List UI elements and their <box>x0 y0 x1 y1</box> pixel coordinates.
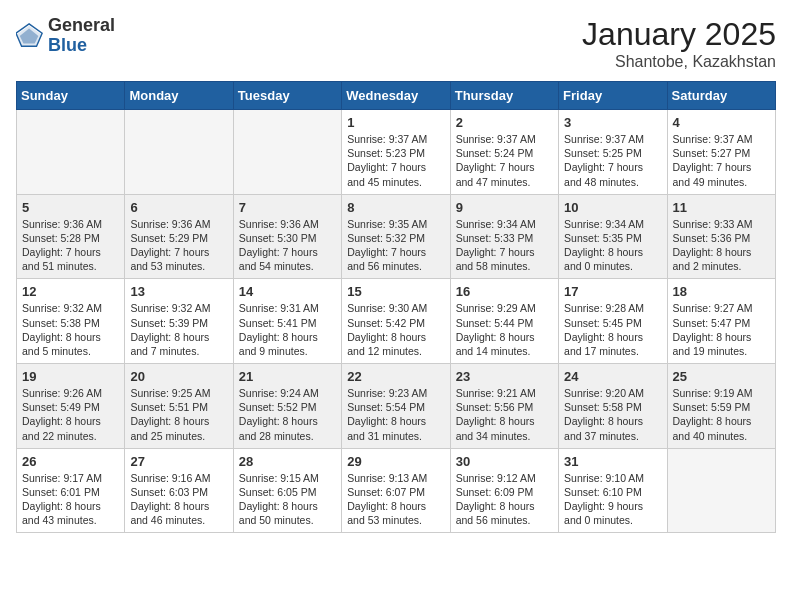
day-info: Daylight: 9 hours and 0 minutes. <box>564 499 661 527</box>
day-number: 28 <box>239 454 336 469</box>
calendar-cell: 28Sunrise: 9:15 AMSunset: 6:05 PMDayligh… <box>233 448 341 533</box>
calendar-cell: 7Sunrise: 9:36 AMSunset: 5:30 PMDaylight… <box>233 194 341 279</box>
day-number: 2 <box>456 115 553 130</box>
day-number: 30 <box>456 454 553 469</box>
calendar-cell: 11Sunrise: 9:33 AMSunset: 5:36 PMDayligh… <box>667 194 775 279</box>
day-info: Sunset: 5:49 PM <box>22 400 119 414</box>
calendar-cell: 12Sunrise: 9:32 AMSunset: 5:38 PMDayligh… <box>17 279 125 364</box>
day-number: 24 <box>564 369 661 384</box>
day-info: Daylight: 8 hours and 50 minutes. <box>239 499 336 527</box>
day-number: 10 <box>564 200 661 215</box>
calendar-week-row: 12Sunrise: 9:32 AMSunset: 5:38 PMDayligh… <box>17 279 776 364</box>
calendar-cell: 20Sunrise: 9:25 AMSunset: 5:51 PMDayligh… <box>125 364 233 449</box>
day-info: Sunrise: 9:28 AM <box>564 301 661 315</box>
day-number: 27 <box>130 454 227 469</box>
day-info: Daylight: 8 hours and 22 minutes. <box>22 414 119 442</box>
day-number: 26 <box>22 454 119 469</box>
day-info: Sunrise: 9:10 AM <box>564 471 661 485</box>
day-number: 5 <box>22 200 119 215</box>
day-number: 15 <box>347 284 444 299</box>
calendar-cell: 26Sunrise: 9:17 AMSunset: 6:01 PMDayligh… <box>17 448 125 533</box>
day-info: Sunrise: 9:25 AM <box>130 386 227 400</box>
day-info: Sunset: 6:01 PM <box>22 485 119 499</box>
logo-icon <box>16 22 44 50</box>
calendar-cell: 4Sunrise: 9:37 AMSunset: 5:27 PMDaylight… <box>667 110 775 195</box>
page-header: General Blue January 2025 Shantobe, Kaza… <box>16 16 776 71</box>
calendar-cell: 21Sunrise: 9:24 AMSunset: 5:52 PMDayligh… <box>233 364 341 449</box>
calendar-cell: 25Sunrise: 9:19 AMSunset: 5:59 PMDayligh… <box>667 364 775 449</box>
calendar-cell: 14Sunrise: 9:31 AMSunset: 5:41 PMDayligh… <box>233 279 341 364</box>
calendar-cell: 13Sunrise: 9:32 AMSunset: 5:39 PMDayligh… <box>125 279 233 364</box>
calendar-week-row: 26Sunrise: 9:17 AMSunset: 6:01 PMDayligh… <box>17 448 776 533</box>
day-number: 18 <box>673 284 770 299</box>
day-info: Sunrise: 9:37 AM <box>564 132 661 146</box>
calendar-week-row: 19Sunrise: 9:26 AMSunset: 5:49 PMDayligh… <box>17 364 776 449</box>
day-info: Sunrise: 9:34 AM <box>564 217 661 231</box>
day-info: Sunrise: 9:21 AM <box>456 386 553 400</box>
day-info: Sunset: 5:56 PM <box>456 400 553 414</box>
calendar-cell: 17Sunrise: 9:28 AMSunset: 5:45 PMDayligh… <box>559 279 667 364</box>
day-info: Daylight: 7 hours and 58 minutes. <box>456 245 553 273</box>
calendar-cell: 2Sunrise: 9:37 AMSunset: 5:24 PMDaylight… <box>450 110 558 195</box>
day-info: Sunset: 5:35 PM <box>564 231 661 245</box>
day-info: Sunrise: 9:36 AM <box>130 217 227 231</box>
day-info: Sunrise: 9:36 AM <box>22 217 119 231</box>
calendar-week-row: 1Sunrise: 9:37 AMSunset: 5:23 PMDaylight… <box>17 110 776 195</box>
day-info: Daylight: 8 hours and 14 minutes. <box>456 330 553 358</box>
calendar-day-header: Sunday <box>17 82 125 110</box>
day-info: Sunset: 6:10 PM <box>564 485 661 499</box>
month-title: January 2025 <box>582 16 776 53</box>
calendar-week-row: 5Sunrise: 9:36 AMSunset: 5:28 PMDaylight… <box>17 194 776 279</box>
day-info: Sunrise: 9:37 AM <box>347 132 444 146</box>
calendar-day-header: Wednesday <box>342 82 450 110</box>
day-info: Sunset: 5:38 PM <box>22 316 119 330</box>
day-info: Sunset: 6:09 PM <box>456 485 553 499</box>
day-info: Sunset: 6:05 PM <box>239 485 336 499</box>
day-info: Daylight: 8 hours and 34 minutes. <box>456 414 553 442</box>
logo-blue: Blue <box>48 36 115 56</box>
calendar-cell <box>125 110 233 195</box>
day-info: Sunrise: 9:32 AM <box>130 301 227 315</box>
day-info: Daylight: 8 hours and 19 minutes. <box>673 330 770 358</box>
day-number: 4 <box>673 115 770 130</box>
calendar-cell: 5Sunrise: 9:36 AMSunset: 5:28 PMDaylight… <box>17 194 125 279</box>
calendar-cell: 8Sunrise: 9:35 AMSunset: 5:32 PMDaylight… <box>342 194 450 279</box>
calendar-day-header: Thursday <box>450 82 558 110</box>
day-info: Sunset: 5:54 PM <box>347 400 444 414</box>
day-info: Sunset: 5:23 PM <box>347 146 444 160</box>
day-info: Sunset: 5:52 PM <box>239 400 336 414</box>
calendar-header-row: SundayMondayTuesdayWednesdayThursdayFrid… <box>17 82 776 110</box>
day-info: Sunrise: 9:33 AM <box>673 217 770 231</box>
day-info: Sunrise: 9:27 AM <box>673 301 770 315</box>
day-info: Sunrise: 9:37 AM <box>673 132 770 146</box>
day-info: Sunrise: 9:30 AM <box>347 301 444 315</box>
day-info: Sunrise: 9:37 AM <box>456 132 553 146</box>
day-info: Daylight: 7 hours and 53 minutes. <box>130 245 227 273</box>
day-number: 25 <box>673 369 770 384</box>
day-number: 22 <box>347 369 444 384</box>
day-info: Sunrise: 9:24 AM <box>239 386 336 400</box>
day-info: Daylight: 7 hours and 48 minutes. <box>564 160 661 188</box>
day-info: Sunset: 5:32 PM <box>347 231 444 245</box>
calendar-cell: 16Sunrise: 9:29 AMSunset: 5:44 PMDayligh… <box>450 279 558 364</box>
calendar-cell: 9Sunrise: 9:34 AMSunset: 5:33 PMDaylight… <box>450 194 558 279</box>
day-info: Daylight: 8 hours and 37 minutes. <box>564 414 661 442</box>
day-info: Sunset: 5:30 PM <box>239 231 336 245</box>
day-info: Sunset: 6:07 PM <box>347 485 444 499</box>
calendar-cell <box>233 110 341 195</box>
day-info: Daylight: 7 hours and 56 minutes. <box>347 245 444 273</box>
day-info: Daylight: 8 hours and 56 minutes. <box>456 499 553 527</box>
day-info: Sunset: 5:28 PM <box>22 231 119 245</box>
day-info: Daylight: 8 hours and 9 minutes. <box>239 330 336 358</box>
day-info: Daylight: 8 hours and 0 minutes. <box>564 245 661 273</box>
day-info: Daylight: 8 hours and 25 minutes. <box>130 414 227 442</box>
day-info: Daylight: 8 hours and 17 minutes. <box>564 330 661 358</box>
day-number: 14 <box>239 284 336 299</box>
calendar-cell: 30Sunrise: 9:12 AMSunset: 6:09 PMDayligh… <box>450 448 558 533</box>
day-info: Daylight: 8 hours and 2 minutes. <box>673 245 770 273</box>
day-info: Sunset: 5:45 PM <box>564 316 661 330</box>
day-info: Daylight: 8 hours and 7 minutes. <box>130 330 227 358</box>
day-number: 7 <box>239 200 336 215</box>
calendar-day-header: Tuesday <box>233 82 341 110</box>
day-info: Daylight: 8 hours and 40 minutes. <box>673 414 770 442</box>
